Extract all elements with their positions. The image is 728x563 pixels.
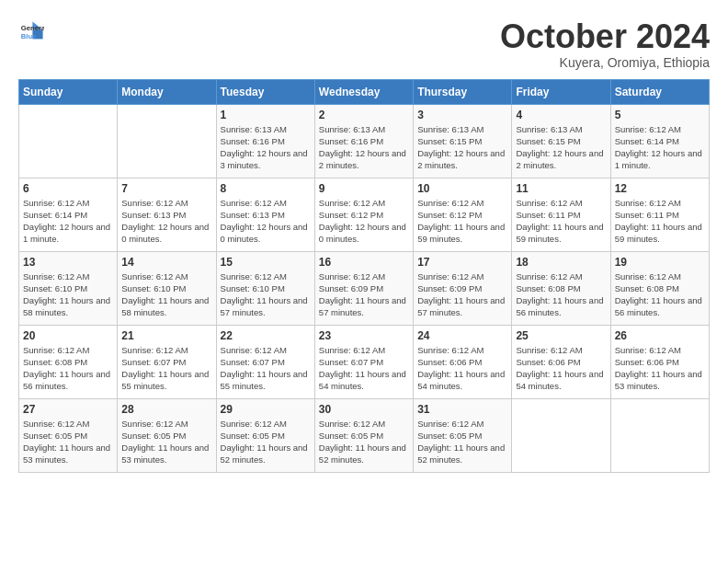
day-info: Sunrise: 6:12 AM Sunset: 6:13 PM Dayligh… (221, 197, 311, 246)
day-info: Sunrise: 6:12 AM Sunset: 6:08 PM Dayligh… (23, 344, 113, 393)
calendar-cell: 1Sunrise: 6:13 AM Sunset: 6:16 PM Daylig… (216, 104, 314, 178)
day-info: Sunrise: 6:12 AM Sunset: 6:11 PM Dayligh… (516, 197, 606, 246)
day-number: 22 (221, 329, 311, 342)
day-number: 11 (516, 182, 606, 195)
calendar-cell (19, 104, 118, 178)
calendar-cell: 11Sunrise: 6:12 AM Sunset: 6:11 PM Dayli… (512, 178, 610, 251)
day-info: Sunrise: 6:13 AM Sunset: 6:16 PM Dayligh… (221, 123, 311, 172)
day-number: 24 (417, 329, 507, 342)
day-info: Sunrise: 6:12 AM Sunset: 6:06 PM Dayligh… (615, 344, 705, 393)
calendar-cell: 24Sunrise: 6:12 AM Sunset: 6:06 PM Dayli… (414, 325, 512, 398)
calendar-cell: 4Sunrise: 6:13 AM Sunset: 6:15 PM Daylig… (512, 104, 610, 178)
calendar-cell: 16Sunrise: 6:12 AM Sunset: 6:09 PM Dayli… (314, 251, 413, 325)
day-number: 20 (23, 329, 113, 342)
day-number: 14 (121, 256, 211, 269)
day-number: 4 (516, 109, 606, 121)
day-number: 27 (23, 403, 113, 416)
day-number: 1 (221, 109, 311, 121)
day-number: 3 (417, 109, 507, 121)
calendar-cell: 2Sunrise: 6:13 AM Sunset: 6:16 PM Daylig… (314, 104, 413, 178)
day-header-wednesday: Wednesday (314, 79, 413, 104)
day-number: 6 (23, 182, 113, 195)
week-row-4: 20Sunrise: 6:12 AM Sunset: 6:08 PM Dayli… (19, 325, 710, 398)
calendar-cell: 21Sunrise: 6:12 AM Sunset: 6:07 PM Dayli… (118, 325, 216, 398)
day-number: 15 (221, 256, 311, 269)
calendar-cell (512, 398, 610, 472)
week-row-2: 6Sunrise: 6:12 AM Sunset: 6:14 PM Daylig… (19, 178, 710, 251)
calendar-cell: 20Sunrise: 6:12 AM Sunset: 6:08 PM Dayli… (19, 325, 118, 398)
logo: General Blue (18, 18, 44, 44)
calendar-cell: 14Sunrise: 6:12 AM Sunset: 6:10 PM Dayli… (118, 251, 216, 325)
day-number: 23 (319, 329, 409, 342)
calendar-cell: 13Sunrise: 6:12 AM Sunset: 6:10 PM Dayli… (19, 251, 118, 325)
calendar-cell: 26Sunrise: 6:12 AM Sunset: 6:06 PM Dayli… (610, 325, 709, 398)
day-header-thursday: Thursday (414, 79, 512, 104)
day-number: 30 (319, 403, 409, 416)
day-info: Sunrise: 6:12 AM Sunset: 6:14 PM Dayligh… (615, 123, 705, 172)
day-header-friday: Friday (512, 79, 610, 104)
calendar-cell: 7Sunrise: 6:12 AM Sunset: 6:13 PM Daylig… (118, 178, 216, 251)
day-info: Sunrise: 6:12 AM Sunset: 6:05 PM Dayligh… (319, 418, 409, 466)
day-info: Sunrise: 6:12 AM Sunset: 6:08 PM Dayligh… (615, 270, 705, 319)
day-number: 25 (516, 329, 606, 342)
day-header-tuesday: Tuesday (216, 79, 314, 104)
logo-icon: General Blue (18, 18, 44, 44)
day-header-saturday: Saturday (610, 79, 709, 104)
day-header-monday: Monday (118, 79, 216, 104)
day-info: Sunrise: 6:12 AM Sunset: 6:05 PM Dayligh… (221, 418, 311, 466)
calendar-cell (118, 104, 216, 178)
calendar-cell: 27Sunrise: 6:12 AM Sunset: 6:05 PM Dayli… (19, 398, 118, 472)
day-info: Sunrise: 6:12 AM Sunset: 6:10 PM Dayligh… (221, 270, 311, 319)
calendar-table: SundayMondayTuesdayWednesdayThursdayFrid… (18, 79, 710, 473)
day-info: Sunrise: 6:12 AM Sunset: 6:09 PM Dayligh… (417, 270, 507, 319)
day-number: 2 (319, 109, 409, 121)
page-header: General Blue October 2024 Kuyera, Oromiy… (18, 18, 710, 70)
day-info: Sunrise: 6:12 AM Sunset: 6:08 PM Dayligh… (516, 270, 606, 319)
day-number: 19 (615, 256, 705, 269)
svg-text:Blue: Blue (21, 32, 37, 40)
day-number: 7 (121, 182, 211, 195)
week-row-5: 27Sunrise: 6:12 AM Sunset: 6:05 PM Dayli… (19, 398, 710, 472)
day-info: Sunrise: 6:12 AM Sunset: 6:06 PM Dayligh… (417, 344, 507, 393)
day-number: 29 (221, 403, 311, 416)
day-info: Sunrise: 6:13 AM Sunset: 6:15 PM Dayligh… (417, 123, 507, 172)
day-number: 17 (417, 256, 507, 269)
day-header-sunday: Sunday (19, 79, 118, 104)
day-number: 26 (615, 329, 705, 342)
calendar-cell: 29Sunrise: 6:12 AM Sunset: 6:05 PM Dayli… (216, 398, 314, 472)
calendar-cell: 18Sunrise: 6:12 AM Sunset: 6:08 PM Dayli… (512, 251, 610, 325)
day-info: Sunrise: 6:12 AM Sunset: 6:07 PM Dayligh… (121, 344, 211, 393)
calendar-cell: 25Sunrise: 6:12 AM Sunset: 6:06 PM Dayli… (512, 325, 610, 398)
calendar-cell: 12Sunrise: 6:12 AM Sunset: 6:11 PM Dayli… (610, 178, 709, 251)
day-number: 12 (615, 182, 705, 195)
month-title: October 2024 (500, 18, 710, 55)
day-info: Sunrise: 6:12 AM Sunset: 6:13 PM Dayligh… (121, 197, 211, 246)
week-row-1: 1Sunrise: 6:13 AM Sunset: 6:16 PM Daylig… (19, 104, 710, 178)
calendar-cell: 17Sunrise: 6:12 AM Sunset: 6:09 PM Dayli… (414, 251, 512, 325)
calendar-cell: 19Sunrise: 6:12 AM Sunset: 6:08 PM Dayli… (610, 251, 709, 325)
day-number: 28 (121, 403, 211, 416)
day-info: Sunrise: 6:12 AM Sunset: 6:07 PM Dayligh… (319, 344, 409, 393)
location-subtitle: Kuyera, Oromiya, Ethiopia (500, 55, 710, 70)
day-info: Sunrise: 6:12 AM Sunset: 6:09 PM Dayligh… (319, 270, 409, 319)
calendar-cell: 3Sunrise: 6:13 AM Sunset: 6:15 PM Daylig… (414, 104, 512, 178)
calendar-cell (610, 398, 709, 472)
day-number: 10 (417, 182, 507, 195)
day-number: 5 (615, 109, 705, 121)
week-row-3: 13Sunrise: 6:12 AM Sunset: 6:10 PM Dayli… (19, 251, 710, 325)
calendar-cell: 23Sunrise: 6:12 AM Sunset: 6:07 PM Dayli… (314, 325, 413, 398)
calendar-cell: 31Sunrise: 6:12 AM Sunset: 6:05 PM Dayli… (414, 398, 512, 472)
day-number: 31 (417, 403, 507, 416)
day-info: Sunrise: 6:12 AM Sunset: 6:07 PM Dayligh… (221, 344, 311, 393)
day-info: Sunrise: 6:12 AM Sunset: 6:05 PM Dayligh… (121, 418, 211, 466)
day-number: 8 (221, 182, 311, 195)
calendar-cell: 8Sunrise: 6:12 AM Sunset: 6:13 PM Daylig… (216, 178, 314, 251)
day-info: Sunrise: 6:12 AM Sunset: 6:12 PM Dayligh… (319, 197, 409, 246)
day-info: Sunrise: 6:13 AM Sunset: 6:15 PM Dayligh… (516, 123, 606, 172)
day-info: Sunrise: 6:13 AM Sunset: 6:16 PM Dayligh… (319, 123, 409, 172)
calendar-cell: 10Sunrise: 6:12 AM Sunset: 6:12 PM Dayli… (414, 178, 512, 251)
day-number: 16 (319, 256, 409, 269)
day-number: 9 (319, 182, 409, 195)
day-info: Sunrise: 6:12 AM Sunset: 6:12 PM Dayligh… (417, 197, 507, 246)
day-info: Sunrise: 6:12 AM Sunset: 6:10 PM Dayligh… (121, 270, 211, 319)
